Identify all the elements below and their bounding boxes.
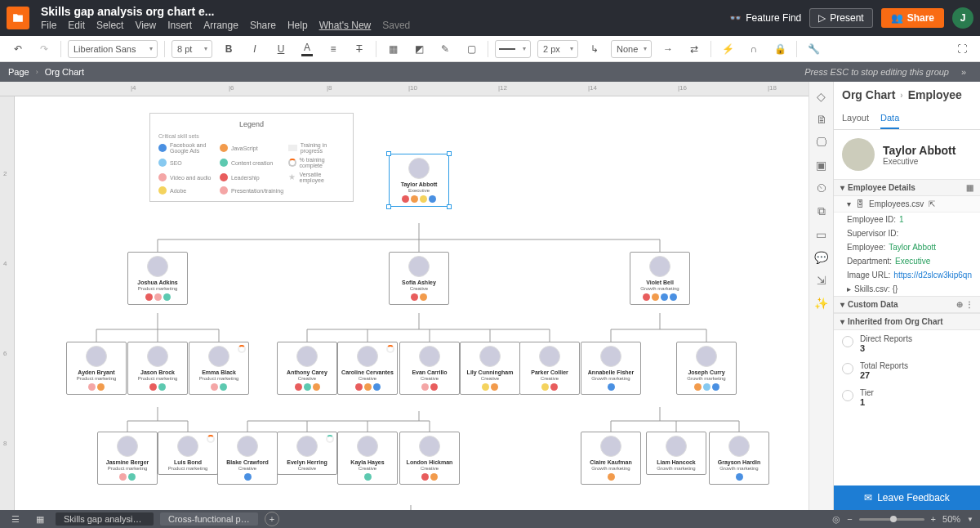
swap-button[interactable]: ⇄	[684, 39, 704, 59]
org-card[interactable]: Joshua AdkinsProduct marketing	[127, 252, 188, 305]
add-page-button[interactable]: +	[265, 512, 279, 526]
page-tab[interactable]: Cross-functional proj...	[160, 512, 258, 526]
line-color-button[interactable]: ✎	[435, 39, 455, 59]
line-style-select[interactable]	[495, 40, 531, 58]
settings-icon[interactable]: 🔧	[804, 39, 823, 59]
org-card[interactable]: Parker CollierCreative	[519, 342, 580, 395]
arrow-end-button[interactable]: →	[658, 39, 678, 59]
zoom-plus[interactable]: +	[931, 514, 936, 524]
text-color-button[interactable]: A	[297, 39, 317, 59]
org-card[interactable]: Evelyn HerringCreative	[277, 432, 337, 475]
bold-button[interactable]: B	[219, 39, 238, 59]
redo-button[interactable]: ↷	[34, 39, 54, 59]
org-card-taylor-abbott[interactable]: Taylor Abbott Executive	[389, 154, 449, 207]
link-icon[interactable]: ⇲	[817, 274, 826, 287]
page-tab-active[interactable]: Skills gap analysis or...	[56, 512, 154, 526]
org-card[interactable]: Grayson HardinGrowth marketing	[709, 432, 769, 485]
org-card[interactable]: Claire KaufmanGrowth marketing	[581, 432, 641, 485]
org-card[interactable]: Blake CrawfordCreative	[217, 432, 278, 485]
menu-arrange[interactable]: Arrange	[203, 20, 238, 31]
grid-icon[interactable]: ▦	[966, 183, 973, 192]
org-card[interactable]: Sofia AshleyCreative	[389, 252, 449, 305]
undo-button[interactable]: ↶	[8, 39, 28, 59]
org-card[interactable]: Violet BellGrowth marketing	[630, 252, 690, 305]
layers-icon[interactable]: ⧉	[817, 204, 826, 218]
data-source-row[interactable]: ▾🗄Employees.csv⇱	[834, 196, 980, 213]
monitor-icon[interactable]: 🖵	[816, 136, 827, 149]
feature-find-button[interactable]: 👓 Feature Find	[729, 12, 801, 24]
add-icon[interactable]: ⊕ ⋮	[956, 300, 973, 309]
fill-button[interactable]: ▦	[383, 39, 403, 59]
italic-button[interactable]: I	[245, 39, 265, 59]
zoom-minus[interactable]: −	[847, 514, 852, 524]
org-card[interactable]: Emma BlackProduct marketing	[189, 342, 249, 395]
section-custom-data[interactable]: ▾Custom Data⊕ ⋮	[834, 296, 980, 313]
menu-view[interactable]: View	[135, 20, 156, 31]
document-title[interactable]: Skills gap analysis org chart e...	[41, 5, 410, 18]
zoom-slider[interactable]	[859, 518, 924, 521]
lock-button[interactable]: 🔒	[770, 39, 790, 59]
comment-icon[interactable]: 💬	[814, 251, 828, 264]
screen-icon[interactable]: ▭	[816, 228, 826, 241]
org-card[interactable]: Annabelle FisherGrowth marketing	[581, 342, 641, 395]
org-card[interactable]: Liam HancockGrowth marketing	[646, 432, 706, 475]
list-view-icon[interactable]: ☰	[7, 512, 24, 526]
tab-layout[interactable]: Layout	[842, 108, 869, 129]
org-card[interactable]: Evan CarrilloCreative	[399, 342, 460, 395]
menu-help[interactable]: Help	[287, 20, 308, 31]
grid-view-icon[interactable]: ▦	[31, 512, 49, 526]
menu-edit[interactable]: Edit	[68, 20, 85, 31]
org-card[interactable]: Jason BrockProduct marketing	[127, 342, 188, 395]
org-card[interactable]: London HickmanCreative	[399, 432, 460, 485]
org-card[interactable]: Anthony CareyCreative	[277, 342, 337, 395]
menu-share[interactable]: Share	[250, 20, 276, 31]
section-employee-details[interactable]: ▾Employee Details▦	[834, 179, 980, 196]
org-card[interactable]: Jasmine BergerProduct marketing	[97, 432, 158, 485]
font-select[interactable]: Liberation Sans	[68, 40, 158, 58]
target-icon[interactable]: ◎	[832, 514, 840, 525]
org-card[interactable]: Luis BondProduct marketing	[158, 432, 218, 475]
align-button[interactable]: ≡	[323, 39, 343, 59]
org-card[interactable]: Caroline CervantesCreative	[337, 342, 398, 395]
leave-feedback-button[interactable]: ✉Leave Feedback	[834, 485, 980, 510]
crop-icon[interactable]: ◇	[817, 90, 826, 103]
section-inherited[interactable]: ▾Inherited from Org Chart	[834, 313, 980, 330]
zoom-level[interactable]: 50%	[942, 514, 960, 524]
shape-style-button[interactable]: ▢	[461, 39, 481, 59]
diagram-canvas[interactable]: Legend Critical skill sets Facebook and …	[15, 96, 808, 510]
menu-insert[interactable]: Insert	[167, 20, 192, 31]
org-card[interactable]: Lily CunninghamCreative	[460, 342, 520, 395]
arrow-select[interactable]: None	[611, 40, 652, 58]
font-size-select[interactable]: 8 pt	[172, 40, 212, 58]
user-avatar[interactable]: J	[952, 7, 973, 29]
open-icon[interactable]: ⇱	[929, 199, 935, 208]
breadcrumb-page[interactable]: Page	[8, 67, 29, 77]
magnet-button[interactable]: ∩	[744, 39, 764, 59]
org-card[interactable]: Joseph CurryGrowth marketing	[676, 342, 737, 395]
org-card[interactable]: Kayla HayesCreative	[337, 432, 398, 485]
fullscreen-button[interactable]: ⛶	[952, 39, 972, 59]
clear-format-button[interactable]: T	[350, 39, 369, 59]
breadcrumb-node[interactable]: Org Chart	[45, 67, 84, 77]
border-button[interactable]: ◩	[409, 39, 429, 59]
expand-breadcrumb-icon[interactable]: »	[956, 67, 972, 77]
saved-indicator: Saved	[382, 20, 410, 31]
org-card[interactable]: Ayden BryantProduct marketing	[66, 342, 127, 395]
menu-file[interactable]: File	[41, 20, 56, 31]
tab-data[interactable]: Data	[880, 108, 899, 129]
wand-icon[interactable]: ✨	[814, 297, 828, 310]
legend-box[interactable]: Legend Critical skill sets Facebook and …	[149, 113, 354, 202]
line-route-button[interactable]: ↳	[585, 39, 604, 59]
menu-select[interactable]: Select	[96, 20, 123, 31]
action-button[interactable]: ⚡	[718, 39, 737, 59]
underline-button[interactable]: U	[271, 39, 291, 59]
app-logo[interactable]	[7, 7, 29, 29]
menu-whats-new[interactable]: What's New	[319, 20, 372, 31]
note-icon[interactable]: 🗎	[816, 113, 827, 126]
line-width-select[interactable]: 2 px	[537, 40, 578, 58]
chevron-down-icon[interactable]: ▼	[967, 516, 973, 523]
history-icon[interactable]: ⏲	[816, 181, 827, 195]
share-button[interactable]: 👥 Share	[881, 8, 944, 28]
present-button[interactable]: ▷ Present	[809, 8, 872, 28]
slides-icon[interactable]: ▣	[816, 159, 826, 172]
